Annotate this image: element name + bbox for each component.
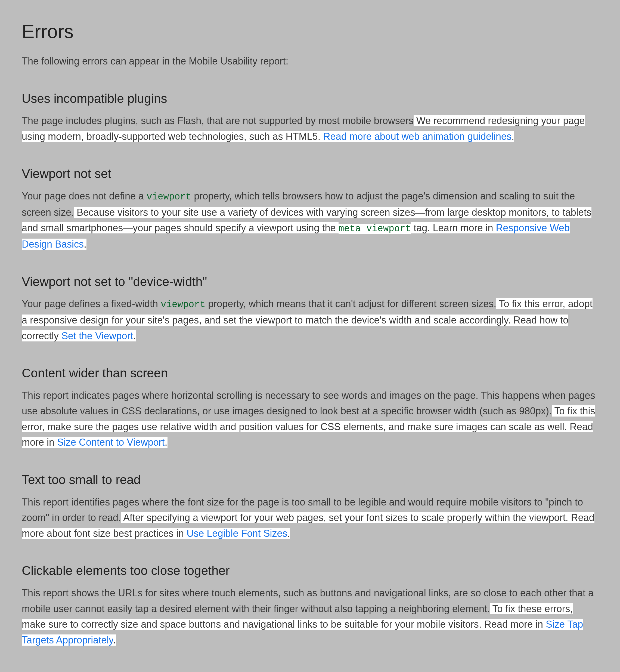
intro-text: The following errors can appear in the M… bbox=[22, 53, 598, 69]
section-body: This report indicates pages where horizo… bbox=[22, 388, 598, 450]
section-heading: Text too small to read bbox=[22, 470, 598, 490]
inline-code: viewport bbox=[147, 192, 191, 202]
section-heading: Content wider than screen bbox=[22, 363, 598, 383]
doc-link[interactable]: Use Legible Font Sizes bbox=[187, 528, 287, 539]
body-text: The page includes plugins, such as Flash… bbox=[22, 115, 414, 126]
highlighted-text: . bbox=[288, 528, 290, 539]
highlighted-text: . bbox=[113, 634, 116, 645]
section-heading: Clickable elements too close together bbox=[22, 561, 598, 581]
article-content: Errors The following errors can appear i… bbox=[22, 16, 598, 648]
doc-link[interactable]: Set the Viewport bbox=[61, 330, 133, 341]
doc-link[interactable]: Size Content to Viewport bbox=[57, 437, 165, 448]
body-text: Your page defines a fixed-width bbox=[22, 298, 161, 309]
section-body: Your page defines a fixed-width viewport… bbox=[22, 296, 598, 344]
section-heading: Uses incompatible plugins bbox=[22, 89, 598, 109]
section-body: This report identifies pages where the f… bbox=[22, 494, 598, 541]
page-title: Errors bbox=[22, 16, 598, 47]
body-text: This report indicates pages where horizo… bbox=[22, 390, 595, 417]
highlighted-text: . bbox=[84, 239, 87, 250]
section-heading: Viewport not set to "device-width" bbox=[22, 272, 598, 292]
highlighted-text: tag. Learn more in bbox=[411, 222, 496, 233]
doc-link[interactable]: Read more about web animation guidelines bbox=[323, 131, 512, 142]
body-text: Your page does not define a bbox=[22, 190, 147, 202]
inline-code: viewport bbox=[161, 299, 205, 310]
highlighted-inline-code: meta viewport bbox=[339, 224, 411, 234]
highlighted-text: . bbox=[512, 131, 514, 142]
section-heading: Viewport not set bbox=[22, 164, 598, 184]
body-text: property, which means that it can't adju… bbox=[205, 298, 496, 309]
section-body: This report shows the URLs for sites whe… bbox=[22, 585, 598, 648]
section-body: Your page does not define a viewport pro… bbox=[22, 188, 598, 252]
highlighted-text: . bbox=[165, 437, 167, 448]
highlighted-text: . bbox=[133, 330, 136, 341]
section-body: The page includes plugins, such as Flash… bbox=[22, 113, 598, 144]
